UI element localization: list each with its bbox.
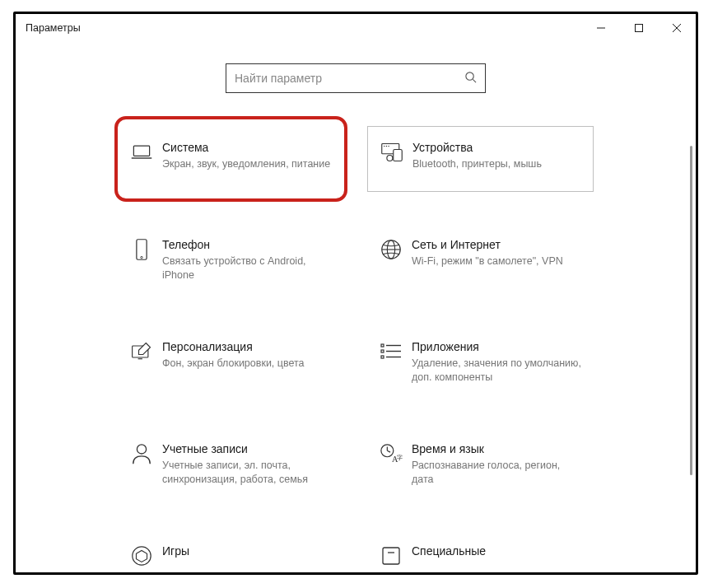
search-input[interactable] (235, 72, 464, 85)
tile-title: Система (162, 139, 330, 156)
svg-rect-1 (636, 25, 643, 32)
tile-ease-of-access[interactable]: Специальные (367, 531, 594, 588)
tile-phone[interactable]: Телефон Связать устройство с Android, iP… (118, 225, 344, 291)
tile-desc: Экран, звук, уведомления, питание (162, 157, 330, 171)
svg-rect-34 (383, 548, 399, 564)
tile-desc: Bluetooth, принтеры, мышь (412, 157, 542, 171)
tile-title: Телефон (162, 236, 333, 253)
tile-title: Приложения (412, 338, 582, 355)
content-area: Система Экран, звук, уведомления, питани… (16, 42, 696, 588)
settings-window: Параметры С (13, 12, 698, 575)
svg-point-4 (466, 72, 473, 79)
tile-desc: Фон, экран блокировки, цвета (162, 357, 305, 371)
person-icon (126, 441, 157, 465)
svg-rect-12 (394, 150, 403, 161)
phone-icon (126, 236, 157, 261)
tile-title: Сеть и Интернет (412, 236, 563, 253)
tile-title: Устройства (412, 139, 542, 156)
laptop-icon (126, 139, 157, 164)
tile-title: Учетные записи (162, 441, 333, 457)
titlebar: Параметры (16, 14, 696, 42)
tile-title: Персонализация (162, 338, 305, 355)
svg-point-15 (141, 256, 142, 258)
tile-network[interactable]: Сеть и Интернет Wi-Fi, режим "в самолете… (367, 225, 594, 291)
svg-rect-6 (133, 146, 149, 156)
close-icon (673, 24, 681, 32)
svg-rect-21 (381, 344, 384, 347)
gaming-icon (126, 543, 157, 567)
minimize-button[interactable] (582, 14, 620, 42)
svg-point-27 (137, 445, 146, 454)
svg-line-30 (387, 450, 390, 452)
window-title: Параметры (26, 22, 81, 34)
tile-desc: Распознавание голоса, регион, дата (412, 459, 582, 487)
search-box[interactable] (226, 63, 486, 93)
svg-rect-13 (387, 156, 393, 161)
globe-icon (375, 236, 407, 261)
tile-accounts[interactable]: Учетные записи Учетные записи, эл. почта… (118, 429, 344, 495)
svg-line-5 (473, 79, 476, 82)
tile-desc: Удаление, значения по умолчанию, доп. ко… (412, 357, 582, 385)
personalize-icon (126, 338, 157, 363)
svg-rect-25 (381, 356, 384, 358)
tile-devices[interactable]: Устройства Bluetooth, принтеры, мышь (367, 126, 594, 192)
window-controls (582, 14, 696, 42)
tile-gaming[interactable]: Игры (118, 531, 344, 588)
svg-point-10 (386, 146, 387, 147)
maximize-icon (635, 24, 643, 32)
tile-title: Время и язык (412, 441, 582, 457)
tile-personalization[interactable]: Персонализация Фон, экран блокировки, цв… (118, 327, 344, 393)
minimize-icon (597, 24, 605, 32)
tile-title: Специальные (412, 543, 486, 559)
devices-icon (376, 139, 408, 164)
svg-text:字: 字 (397, 454, 403, 461)
svg-point-9 (384, 146, 384, 147)
tile-system[interactable]: Система Экран, звук, уведомления, питани… (114, 116, 347, 202)
tile-title: Игры (162, 543, 189, 559)
tile-apps[interactable]: Приложения Удаление, значения по умолчан… (367, 327, 594, 393)
tile-desc: Wi-Fi, режим "в самолете", VPN (412, 254, 563, 268)
close-button[interactable] (658, 14, 696, 42)
scrollbar[interactable] (690, 146, 692, 475)
tile-desc: Учетные записи, эл. почта, синхронизация… (162, 459, 333, 487)
tile-desc: Связать устройство с Android, iPhone (162, 254, 333, 282)
svg-rect-23 (381, 350, 384, 352)
svg-point-11 (388, 146, 389, 147)
ease-icon (375, 543, 407, 567)
time-language-icon: A字 (375, 441, 407, 465)
tile-time-language[interactable]: A字 Время и язык Распознавание голоса, ре… (367, 429, 594, 495)
category-grid: Система Экран, звук, уведомления, питани… (118, 129, 594, 588)
search-icon (464, 71, 477, 86)
apps-icon (375, 338, 407, 363)
maximize-button[interactable] (620, 14, 658, 42)
